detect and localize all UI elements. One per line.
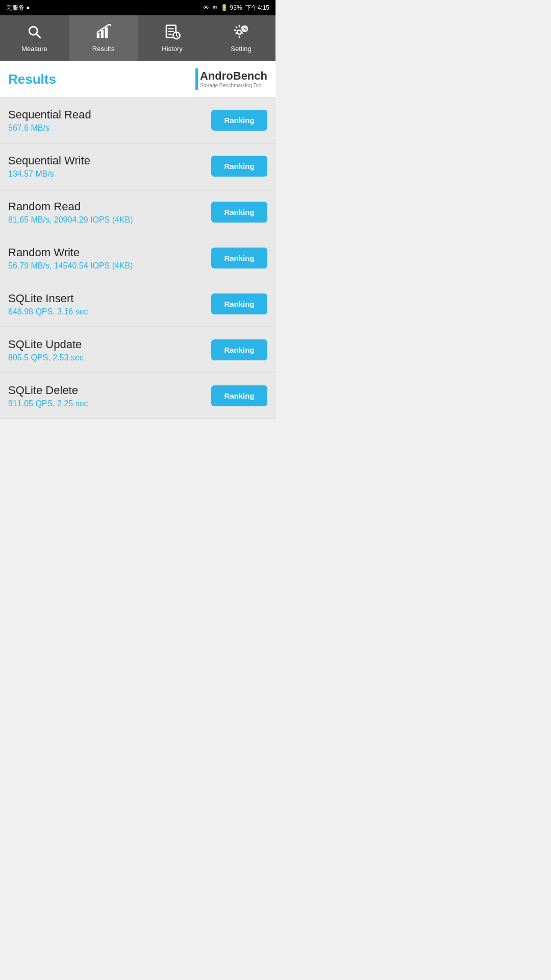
svg-rect-2	[96, 33, 99, 38]
tab-history-label: History	[162, 45, 182, 53]
navigation-tabs: Measure Results History	[0, 15, 276, 61]
table-row: SQLite Insert 646.98 QPS, 3.16 sec Ranki…	[0, 281, 276, 327]
gear-icon	[233, 24, 249, 43]
tab-setting[interactable]: Setting	[207, 15, 276, 61]
ranking-button[interactable]: Ranking	[211, 339, 267, 360]
logo-subtitle: Storage Benchmarking Tool	[200, 83, 267, 89]
tab-setting-label: Setting	[231, 45, 251, 53]
table-row: SQLite Delete 911.05 QPS, 2.25 sec Ranki…	[0, 373, 276, 419]
results-header: Results AndroBench Storage Benchmarking …	[0, 61, 276, 97]
table-row: Sequential Read 567.6 MB/s Ranking	[0, 97, 276, 143]
bench-name: Random Write	[8, 246, 205, 259]
time-display: 下午4:15	[245, 4, 269, 12]
carrier-text: 无服务 ●	[6, 4, 30, 12]
ranking-button[interactable]: Ranking	[211, 385, 267, 406]
bench-name: SQLite Update	[8, 338, 205, 351]
wifi-icon: ≋	[212, 4, 217, 11]
svg-line-1	[36, 34, 40, 37]
eye-icon: 👁	[203, 4, 209, 11]
bench-name: Sequential Write	[8, 154, 205, 167]
bench-value: 56.79 MB/s, 14540.54 IOPS (4KB)	[8, 261, 205, 271]
logo-name: AndroBench	[200, 69, 267, 83]
bench-name: Sequential Read	[8, 108, 205, 121]
ranking-button[interactable]: Ranking	[211, 248, 267, 268]
logo-andro: Andro	[200, 69, 233, 82]
bench-value: 646.98 QPS, 3.16 sec	[8, 307, 205, 316]
table-row: SQLite Update 805.5 QPS, 2.53 sec Rankin…	[0, 327, 276, 373]
bench-info: SQLite Update 805.5 QPS, 2.53 sec	[8, 338, 211, 362]
battery-icon: 🔋 93%	[220, 4, 242, 11]
status-bar: 无服务 ● 👁 ≋ 🔋 93% 下午4:15	[0, 0, 276, 15]
logo-bar	[195, 68, 198, 90]
svg-rect-3	[101, 30, 103, 38]
tab-measure[interactable]: Measure	[0, 15, 69, 61]
svg-rect-4	[105, 28, 107, 38]
tab-results[interactable]: Results	[69, 15, 138, 61]
search-icon	[27, 24, 43, 43]
bench-info: Random Write 56.79 MB/s, 14540.54 IOPS (…	[8, 246, 211, 271]
bench-info: Sequential Write 134.57 MB/s	[8, 154, 211, 179]
bench-info: SQLite Insert 646.98 QPS, 3.16 sec	[8, 292, 211, 316]
logo-bench: Bench	[233, 69, 267, 82]
bench-name: Random Read	[8, 200, 205, 213]
tab-history[interactable]: History	[138, 15, 207, 61]
table-row: Random Write 56.79 MB/s, 14540.54 IOPS (…	[0, 235, 276, 281]
bench-value: 134.57 MB/s	[8, 169, 205, 179]
ranking-button[interactable]: Ranking	[211, 202, 267, 223]
tab-measure-label: Measure	[21, 45, 47, 53]
ranking-button[interactable]: Ranking	[211, 156, 267, 177]
table-row: Sequential Write 134.57 MB/s Ranking	[0, 143, 276, 189]
chart-icon	[95, 24, 112, 43]
ranking-button[interactable]: Ranking	[211, 293, 267, 314]
tab-results-label: Results	[92, 45, 114, 53]
bench-value: 911.05 QPS, 2.25 sec	[8, 399, 205, 408]
results-title: Results	[8, 71, 56, 87]
bench-info: SQLite Delete 911.05 QPS, 2.25 sec	[8, 384, 211, 408]
bench-info: Random Read 81.65 MB/s, 20904.29 IOPS (4…	[8, 200, 211, 225]
benchmark-list: Sequential Read 567.6 MB/s Ranking Seque…	[0, 97, 276, 419]
bench-name: SQLite Delete	[8, 384, 205, 397]
table-row: Random Read 81.65 MB/s, 20904.29 IOPS (4…	[0, 189, 276, 235]
bench-value: 805.5 QPS, 2.53 sec	[8, 353, 205, 362]
ranking-button[interactable]: Ranking	[211, 110, 267, 131]
bench-value: 81.65 MB/s, 20904.29 IOPS (4KB)	[8, 215, 205, 225]
svg-point-11	[237, 30, 241, 34]
bench-info: Sequential Read 567.6 MB/s	[8, 108, 211, 133]
app-logo: AndroBench Storage Benchmarking Tool	[195, 68, 267, 90]
status-icons: 👁 ≋ 🔋 93% 下午4:15	[203, 4, 269, 12]
bench-value: 567.6 MB/s	[8, 124, 205, 133]
logo-text: AndroBench Storage Benchmarking Tool	[200, 69, 267, 89]
history-icon	[164, 24, 181, 43]
bench-name: SQLite Insert	[8, 292, 205, 305]
